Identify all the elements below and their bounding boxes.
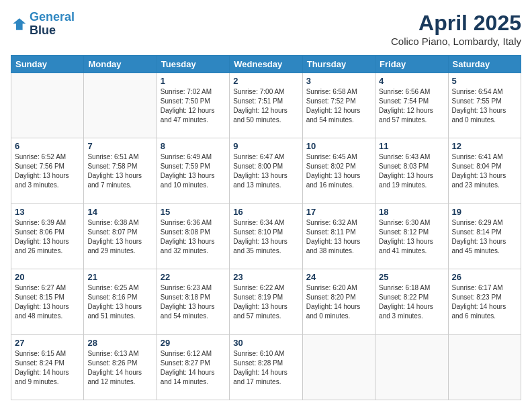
logo-icon: [11, 16, 27, 32]
day-number: 22: [161, 272, 226, 282]
page: General Blue April 2025 Colico Piano, Lo…: [0, 0, 532, 411]
calendar-cell: 1Sunrise: 7:02 AM Sunset: 7:50 PM Daylig…: [157, 73, 229, 138]
day-info: Sunrise: 6:34 AM Sunset: 8:10 PM Dayligh…: [233, 218, 298, 256]
calendar-cell: 14Sunrise: 6:38 AM Sunset: 8:07 PM Dayli…: [84, 203, 157, 269]
calendar-cell: 3Sunrise: 6:58 AM Sunset: 7:52 PM Daylig…: [302, 73, 375, 138]
calendar-cell: 28Sunrise: 6:13 AM Sunset: 8:26 PM Dayli…: [84, 334, 157, 400]
calendar-cell: 27Sunrise: 6:15 AM Sunset: 8:24 PM Dayli…: [11, 334, 84, 400]
day-number: 13: [15, 207, 80, 217]
day-number: 5: [452, 76, 517, 86]
day-number: 15: [161, 207, 226, 217]
calendar-week-row: 13Sunrise: 6:39 AM Sunset: 8:06 PM Dayli…: [11, 203, 521, 269]
day-info: Sunrise: 6:47 AM Sunset: 8:00 PM Dayligh…: [233, 152, 298, 190]
day-number: 8: [161, 141, 226, 151]
calendar-cell: 5Sunrise: 6:54 AM Sunset: 7:55 PM Daylig…: [448, 73, 521, 138]
logo-text: General Blue: [30, 11, 75, 38]
calendar-cell: 22Sunrise: 6:23 AM Sunset: 8:18 PM Dayli…: [157, 269, 229, 334]
calendar-header-cell: Tuesday: [157, 56, 229, 73]
day-info: Sunrise: 6:39 AM Sunset: 8:06 PM Dayligh…: [15, 218, 80, 256]
calendar-header-cell: Sunday: [11, 56, 84, 73]
calendar-cell: [11, 73, 84, 138]
calendar-week-row: 6Sunrise: 6:52 AM Sunset: 7:56 PM Daylig…: [11, 138, 521, 203]
calendar-header-cell: Monday: [84, 56, 157, 73]
day-number: 24: [306, 272, 371, 282]
day-number: 10: [306, 141, 371, 151]
svg-marker-0: [13, 18, 26, 30]
day-info: Sunrise: 6:22 AM Sunset: 8:19 PM Dayligh…: [233, 283, 298, 321]
calendar-cell: 25Sunrise: 6:18 AM Sunset: 8:22 PM Dayli…: [375, 269, 448, 334]
calendar-cell: [84, 73, 157, 138]
calendar-cell: 6Sunrise: 6:52 AM Sunset: 7:56 PM Daylig…: [11, 138, 84, 203]
calendar-cell: 7Sunrise: 6:51 AM Sunset: 7:58 PM Daylig…: [84, 138, 157, 203]
day-info: Sunrise: 6:52 AM Sunset: 7:56 PM Dayligh…: [15, 152, 80, 190]
calendar-week-row: 1Sunrise: 7:02 AM Sunset: 7:50 PM Daylig…: [11, 73, 521, 138]
calendar-header-cell: Wednesday: [230, 56, 302, 73]
main-title: April 2025: [391, 11, 521, 36]
day-info: Sunrise: 6:51 AM Sunset: 7:58 PM Dayligh…: [87, 152, 152, 190]
day-info: Sunrise: 6:43 AM Sunset: 8:03 PM Dayligh…: [379, 152, 444, 190]
day-number: 30: [233, 338, 298, 348]
calendar-table: SundayMondayTuesdayWednesdayThursdayFrid…: [11, 55, 521, 400]
calendar-cell: 19Sunrise: 6:29 AM Sunset: 8:14 PM Dayli…: [448, 203, 521, 269]
day-info: Sunrise: 6:17 AM Sunset: 8:23 PM Dayligh…: [452, 283, 517, 321]
calendar-cell: 20Sunrise: 6:27 AM Sunset: 8:15 PM Dayli…: [11, 269, 84, 334]
day-number: 12: [452, 141, 517, 151]
day-info: Sunrise: 6:49 AM Sunset: 7:59 PM Dayligh…: [161, 152, 226, 190]
calendar-cell: 21Sunrise: 6:25 AM Sunset: 8:16 PM Dayli…: [84, 269, 157, 334]
calendar-cell: [448, 334, 521, 400]
calendar-week-row: 20Sunrise: 6:27 AM Sunset: 8:15 PM Dayli…: [11, 269, 521, 334]
day-info: Sunrise: 6:36 AM Sunset: 8:08 PM Dayligh…: [161, 218, 226, 256]
day-info: Sunrise: 6:58 AM Sunset: 7:52 PM Dayligh…: [306, 87, 371, 125]
day-number: 25: [379, 272, 444, 282]
calendar-header-cell: Friday: [375, 56, 448, 73]
calendar-cell: 29Sunrise: 6:12 AM Sunset: 8:27 PM Dayli…: [157, 334, 229, 400]
day-number: 3: [306, 76, 371, 86]
day-info: Sunrise: 6:29 AM Sunset: 8:14 PM Dayligh…: [452, 218, 517, 256]
day-info: Sunrise: 6:45 AM Sunset: 8:02 PM Dayligh…: [306, 152, 371, 190]
day-number: 29: [161, 338, 226, 348]
day-number: 2: [233, 76, 298, 86]
day-number: 7: [87, 141, 152, 151]
calendar-cell: 23Sunrise: 6:22 AM Sunset: 8:19 PM Dayli…: [230, 269, 302, 334]
day-info: Sunrise: 6:15 AM Sunset: 8:24 PM Dayligh…: [15, 349, 80, 387]
day-info: Sunrise: 6:23 AM Sunset: 8:18 PM Dayligh…: [161, 283, 226, 321]
calendar-header-row: SundayMondayTuesdayWednesdayThursdayFrid…: [11, 56, 521, 73]
calendar-cell: 2Sunrise: 7:00 AM Sunset: 7:51 PM Daylig…: [230, 73, 302, 138]
title-block: April 2025 Colico Piano, Lombardy, Italy: [391, 11, 521, 47]
calendar-header-cell: Thursday: [302, 56, 375, 73]
calendar-cell: 16Sunrise: 6:34 AM Sunset: 8:10 PM Dayli…: [230, 203, 302, 269]
calendar-cell: [375, 334, 448, 400]
calendar-body: 1Sunrise: 7:02 AM Sunset: 7:50 PM Daylig…: [11, 73, 521, 400]
calendar-cell: 30Sunrise: 6:10 AM Sunset: 8:28 PM Dayli…: [230, 334, 302, 400]
day-info: Sunrise: 6:32 AM Sunset: 8:11 PM Dayligh…: [306, 218, 371, 256]
day-info: Sunrise: 6:12 AM Sunset: 8:27 PM Dayligh…: [161, 349, 226, 387]
day-number: 1: [161, 76, 226, 86]
calendar-cell: 26Sunrise: 6:17 AM Sunset: 8:23 PM Dayli…: [448, 269, 521, 334]
day-info: Sunrise: 6:10 AM Sunset: 8:28 PM Dayligh…: [233, 349, 298, 387]
day-info: Sunrise: 6:56 AM Sunset: 7:54 PM Dayligh…: [379, 87, 444, 125]
calendar-cell: 17Sunrise: 6:32 AM Sunset: 8:11 PM Dayli…: [302, 203, 375, 269]
day-number: 4: [379, 76, 444, 86]
day-number: 16: [233, 207, 298, 217]
calendar-cell: 11Sunrise: 6:43 AM Sunset: 8:03 PM Dayli…: [375, 138, 448, 203]
day-number: 18: [379, 207, 444, 217]
calendar-cell: 9Sunrise: 6:47 AM Sunset: 8:00 PM Daylig…: [230, 138, 302, 203]
calendar-header-cell: Saturday: [448, 56, 521, 73]
day-info: Sunrise: 7:00 AM Sunset: 7:51 PM Dayligh…: [233, 87, 298, 125]
calendar-cell: 13Sunrise: 6:39 AM Sunset: 8:06 PM Dayli…: [11, 203, 84, 269]
day-info: Sunrise: 6:41 AM Sunset: 8:04 PM Dayligh…: [452, 152, 517, 190]
day-info: Sunrise: 6:25 AM Sunset: 8:16 PM Dayligh…: [87, 283, 152, 321]
day-number: 20: [15, 272, 80, 282]
day-info: Sunrise: 6:30 AM Sunset: 8:12 PM Dayligh…: [379, 218, 444, 256]
subtitle: Colico Piano, Lombardy, Italy: [391, 36, 521, 47]
day-number: 17: [306, 207, 371, 217]
calendar-cell: 15Sunrise: 6:36 AM Sunset: 8:08 PM Dayli…: [157, 203, 229, 269]
calendar-cell: 4Sunrise: 6:56 AM Sunset: 7:54 PM Daylig…: [375, 73, 448, 138]
calendar-cell: 10Sunrise: 6:45 AM Sunset: 8:02 PM Dayli…: [302, 138, 375, 203]
day-info: Sunrise: 7:02 AM Sunset: 7:50 PM Dayligh…: [161, 87, 226, 125]
calendar-cell: 8Sunrise: 6:49 AM Sunset: 7:59 PM Daylig…: [157, 138, 229, 203]
day-info: Sunrise: 6:20 AM Sunset: 8:20 PM Dayligh…: [306, 283, 371, 321]
calendar-cell: 18Sunrise: 6:30 AM Sunset: 8:12 PM Dayli…: [375, 203, 448, 269]
day-info: Sunrise: 6:54 AM Sunset: 7:55 PM Dayligh…: [452, 87, 517, 125]
day-number: 6: [15, 141, 80, 151]
